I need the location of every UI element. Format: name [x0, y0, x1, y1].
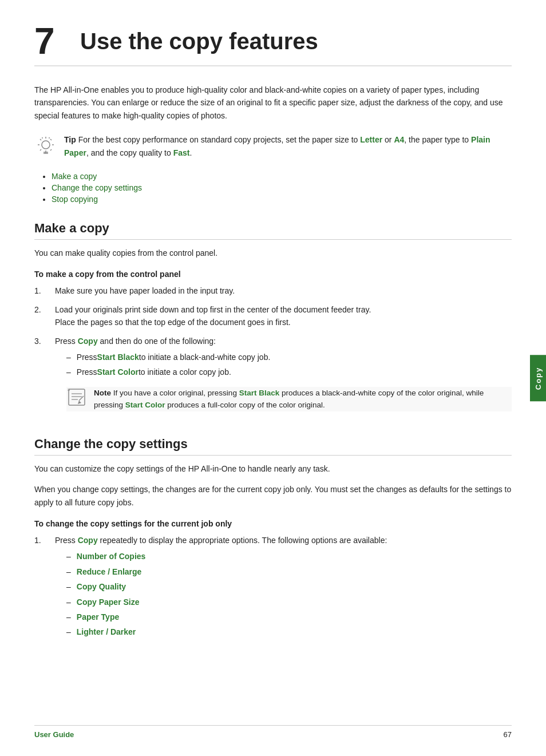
toc-item-make-copy: Make a copy	[52, 172, 512, 181]
svg-line-8	[50, 139, 52, 140]
option-link-lighter-darker[interactable]: Lighter / Darker	[77, 627, 136, 636]
copy-button-link-2[interactable]: Copy	[78, 536, 98, 545]
tip-fast-link[interactable]: Fast	[173, 148, 190, 157]
tip-label: Tip	[64, 135, 76, 144]
change-settings-steps: 1. Press Copy repeatedly to display the …	[34, 534, 512, 642]
change-step-1-content: Press Copy repeatedly to display the app…	[55, 534, 512, 642]
tip-letter-link[interactable]: Letter	[360, 135, 382, 144]
note-label: Note	[94, 389, 111, 397]
step-2-num: 2.	[34, 303, 55, 329]
sub-heading-make-copy: To make a copy from the control panel	[34, 270, 512, 279]
substep-start-black: Press Start Black to initiate a black-an…	[66, 351, 512, 363]
option-reduce-enlarge: Reduce / Enlarge	[66, 565, 512, 578]
step-2b-text: Place the pages so that the top edge of …	[55, 318, 291, 327]
svg-line-7	[40, 139, 41, 140]
svg-line-9	[40, 149, 41, 151]
options-list: Number of Copies Reduce / Enlarge Copy Q…	[66, 550, 512, 638]
substep-start-color: Press Start Color to initiate a color co…	[66, 366, 512, 378]
start-black-link-1[interactable]: Start Black	[97, 353, 139, 362]
toc-link-stop-copying[interactable]: Stop copying	[52, 195, 98, 204]
start-black-link-2[interactable]: Start Black	[239, 389, 280, 397]
note-box: ≡ Note If you have a color original, pre…	[66, 387, 512, 411]
section-make-copy-intro: You can make quality copies from the con…	[34, 247, 512, 259]
option-link-paper-type[interactable]: Paper Type	[77, 612, 119, 622]
svg-point-0	[42, 141, 50, 149]
start-color-link-1[interactable]: Start Color	[97, 367, 139, 377]
note-text: If you have a color original, pressing S…	[94, 389, 484, 410]
tip-text: For the best copy performance on standar…	[64, 135, 490, 157]
footer-page-number: 67	[504, 730, 512, 739]
svg-point-11	[42, 137, 43, 138]
step-1-content: Make sure you have paper loaded in the i…	[55, 284, 512, 297]
option-link-copy-quality[interactable]: Copy Quality	[77, 582, 126, 591]
chapter-title: Use the copy features	[80, 23, 318, 54]
tip-plain-paper-link[interactable]: Plain Paper	[64, 135, 490, 157]
option-number-of-copies: Number of Copies	[66, 550, 512, 563]
step-3-content: Press Copy and then do one of the follow…	[55, 335, 512, 419]
note-content: Note If you have a color original, press…	[94, 387, 512, 411]
toc-item-stop-copying: Stop copying	[52, 195, 512, 204]
change-settings-intro2: When you change copy settings, the chang…	[34, 483, 512, 509]
chapter-number: 7	[34, 23, 69, 60]
sidebar-tab: Copy	[530, 355, 546, 401]
start-color-link-2[interactable]: Start Color	[125, 401, 165, 409]
footer-user-guide: User Guide	[34, 730, 74, 739]
svg-line-10	[50, 149, 52, 151]
chapter-header: 7 Use the copy features	[34, 23, 512, 66]
section-heading-make-copy: Make a copy	[34, 221, 512, 240]
step-2: 2. Load your originals print side down a…	[34, 303, 512, 329]
option-paper-type: Paper Type	[66, 611, 512, 623]
option-link-copy-paper-size[interactable]: Copy Paper Size	[77, 597, 140, 607]
tip-a4-link[interactable]: A4	[394, 135, 404, 144]
copy-substeps: Press Start Black to initiate a black-an…	[66, 351, 512, 379]
svg-marker-19	[78, 401, 81, 404]
sidebar-tab-label: Copy	[534, 366, 543, 390]
svg-text:≡: ≡	[68, 387, 70, 393]
step-3: 3. Press Copy and then do one of the fol…	[34, 335, 512, 419]
section-heading-change-settings: Change the copy settings	[34, 437, 512, 456]
copy-button-link[interactable]: Copy	[78, 337, 98, 346]
option-copy-paper-size: Copy Paper Size	[66, 596, 512, 608]
option-link-number-of-copies[interactable]: Number of Copies	[77, 552, 146, 561]
tip-content: Tip For the best copy performance on sta…	[64, 133, 512, 159]
toc-item-change-settings: Change the copy settings	[52, 183, 512, 192]
change-step-1-num: 1.	[34, 534, 55, 642]
tip-icon	[34, 134, 57, 157]
tip-box: Tip For the best copy performance on sta…	[34, 133, 512, 159]
step-1-num: 1.	[34, 284, 55, 297]
intro-paragraph: The HP All-in-One enables you to produce…	[34, 84, 512, 122]
svg-point-12	[49, 137, 50, 138]
toc-list: Make a copy Change the copy settings Sto…	[34, 172, 512, 204]
option-lighter-darker: Lighter / Darker	[66, 626, 512, 638]
page-container: 7 Use the copy features The HP All-in-On…	[0, 0, 546, 756]
sub-heading-change-settings: To change the copy settings for the curr…	[34, 519, 512, 528]
toc-link-make-copy[interactable]: Make a copy	[52, 172, 97, 181]
step-2-content: Load your originals print side down and …	[55, 303, 512, 329]
note-icon: ≡	[66, 387, 87, 407]
change-step-1: 1. Press Copy repeatedly to display the …	[34, 534, 512, 642]
option-copy-quality: Copy Quality	[66, 580, 512, 593]
option-link-reduce-enlarge[interactable]: Reduce / Enlarge	[77, 567, 142, 576]
make-copy-steps: 1. Make sure you have paper loaded in th…	[34, 284, 512, 419]
page-footer: User Guide 67	[34, 725, 512, 739]
step-1: 1. Make sure you have paper loaded in th…	[34, 284, 512, 297]
toc-link-change-settings[interactable]: Change the copy settings	[52, 183, 142, 192]
step-3-num: 3.	[34, 335, 55, 419]
change-settings-intro1: You can customize the copy settings of t…	[34, 462, 512, 475]
